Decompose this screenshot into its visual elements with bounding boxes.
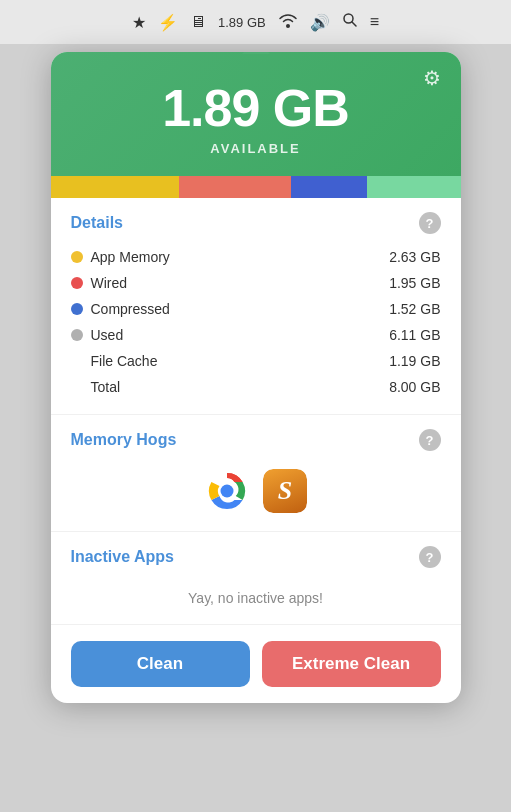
- available-label: AVAILABLE: [71, 141, 441, 156]
- dot-wired: [71, 277, 83, 289]
- wifi-icon: [278, 12, 298, 32]
- color-bar: [51, 176, 461, 198]
- inactive-apps-message: Yay, no inactive apps!: [71, 578, 441, 610]
- value-compressed: 1.52 GB: [389, 301, 440, 317]
- details-header: Details ?: [71, 212, 441, 234]
- bar-wired: [179, 176, 290, 198]
- label-compressed: Compressed: [91, 301, 170, 317]
- details-title: Details: [71, 214, 123, 232]
- bar-app-memory: [51, 176, 180, 198]
- label-app-memory: App Memory: [91, 249, 170, 265]
- battery-icon: ⚡: [158, 13, 178, 32]
- status-bar: ★ ⚡ 🖥 1.89 GB 🔊 ≡: [0, 0, 511, 44]
- buttons-row: Clean Extreme Clean: [51, 625, 461, 703]
- volume-icon: 🔊: [310, 13, 330, 32]
- label-file-cache: File Cache: [91, 353, 158, 369]
- bar-compressed: [291, 176, 367, 198]
- menu-icon: ≡: [370, 13, 379, 31]
- detail-row-file-cache: File Cache 1.19 GB: [71, 348, 441, 374]
- value-wired: 1.95 GB: [389, 275, 440, 291]
- star-icon: ★: [132, 13, 146, 32]
- clean-button[interactable]: Clean: [71, 641, 250, 687]
- details-section: Details ? App Memory 2.63 GB Wired 1.95 …: [51, 198, 461, 415]
- gear-icon[interactable]: ⚙: [419, 66, 445, 92]
- svg-line-1: [352, 22, 356, 26]
- inactive-apps-header: Inactive Apps ?: [71, 546, 441, 568]
- memory-value: 1.89 GB: [71, 80, 441, 137]
- app-icons-row: S: [71, 461, 441, 517]
- extreme-clean-button[interactable]: Extreme Clean: [262, 641, 441, 687]
- inactive-apps-title: Inactive Apps: [71, 548, 174, 566]
- memory-hogs-help-button[interactable]: ?: [419, 429, 441, 451]
- detail-row-wired: Wired 1.95 GB: [71, 270, 441, 296]
- detail-row-used: Used 6.11 GB: [71, 322, 441, 348]
- memory-hogs-section: Memory Hogs ?: [51, 415, 461, 532]
- svg-point-4: [220, 485, 233, 498]
- details-help-button[interactable]: ?: [419, 212, 441, 234]
- app-window: ⚙ 1.89 GB AVAILABLE Details ? App Memory…: [51, 52, 461, 703]
- dot-used: [71, 329, 83, 341]
- memory-hogs-header: Memory Hogs ?: [71, 429, 441, 451]
- scrivener-app-icon[interactable]: S: [263, 469, 307, 513]
- value-used: 6.11 GB: [389, 327, 440, 343]
- label-total: Total: [91, 379, 121, 395]
- memory-status-text: 1.89 GB: [218, 15, 266, 30]
- memory-hogs-title: Memory Hogs: [71, 431, 177, 449]
- inactive-apps-section: Inactive Apps ? Yay, no inactive apps!: [51, 532, 461, 625]
- value-app-memory: 2.63 GB: [389, 249, 440, 265]
- inactive-apps-help-button[interactable]: ?: [419, 546, 441, 568]
- detail-row-total: Total 8.00 GB: [71, 374, 441, 400]
- label-wired: Wired: [91, 275, 128, 291]
- label-used: Used: [91, 327, 124, 343]
- bar-cache: [367, 176, 461, 198]
- value-total: 8.00 GB: [389, 379, 440, 395]
- detail-row-app-memory: App Memory 2.63 GB: [71, 244, 441, 270]
- dot-app-memory: [71, 251, 83, 263]
- chrome-app-icon[interactable]: [205, 469, 249, 513]
- dot-compressed: [71, 303, 83, 315]
- search-icon: [342, 12, 358, 32]
- monitor-icon: 🖥: [190, 13, 206, 31]
- detail-row-compressed: Compressed 1.52 GB: [71, 296, 441, 322]
- header: ⚙ 1.89 GB AVAILABLE: [51, 52, 461, 176]
- value-file-cache: 1.19 GB: [389, 353, 440, 369]
